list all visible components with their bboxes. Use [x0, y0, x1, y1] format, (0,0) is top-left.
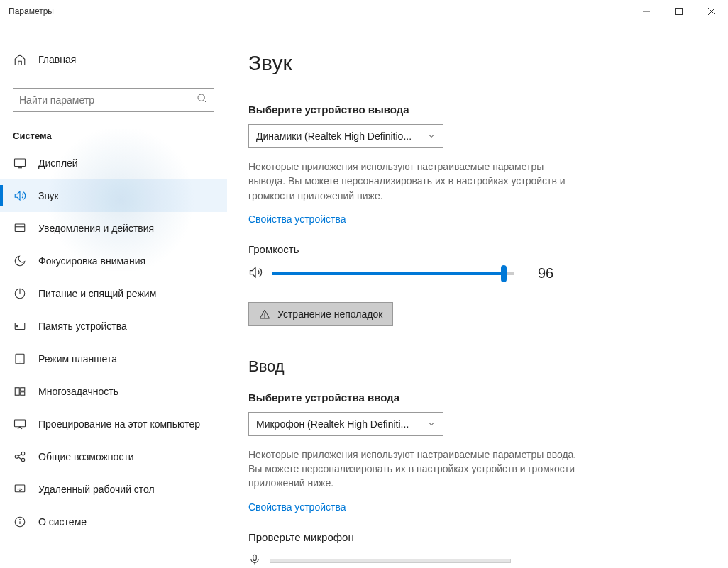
chevron-down-icon [427, 420, 436, 428]
sidebar-item-display[interactable]: Дисплей [0, 147, 227, 179]
sidebar-item-label: Режим планшета [38, 353, 117, 364]
svg-rect-1 [676, 9, 683, 15]
output-device-value: Динамики (Realtek High Definitio... [256, 130, 427, 142]
input-device-label: Выберите устройства ввода [248, 391, 700, 403]
power-icon [13, 286, 27, 301]
svg-marker-31 [250, 267, 256, 277]
sidebar-item-notifications[interactable]: Уведомления и действия [0, 212, 227, 245]
sidebar-item-label: Проецирование на этот компьютер [38, 418, 200, 430]
svg-rect-9 [15, 224, 25, 232]
svg-point-14 [17, 325, 18, 327]
sidebar-item-label: Уведомления и действия [38, 223, 154, 234]
svg-point-4 [198, 94, 204, 101]
sidebar-item-remote[interactable]: Удаленный рабочий стол [0, 473, 227, 506]
volume-label: Громкость [248, 243, 700, 255]
input-device-value: Микрофон (Realtek High Definiti... [256, 418, 427, 430]
svg-rect-19 [21, 392, 25, 396]
display-icon [13, 156, 27, 170]
sidebar-item-label: Общие возможности [38, 451, 134, 462]
home-nav[interactable]: Главная [0, 44, 227, 75]
output-help-text: Некоторые приложения используют настраив… [248, 160, 582, 203]
titlebar: Параметры [0, 0, 728, 23]
notifications-icon [13, 221, 27, 235]
mic-test-row [248, 553, 700, 568]
mic-level-bar [270, 559, 511, 563]
sidebar-item-label: Удаленный рабочий стол [38, 484, 155, 495]
chevron-down-icon [427, 132, 436, 140]
close-button[interactable] [695, 0, 728, 23]
svg-rect-20 [15, 420, 26, 427]
focus-icon [13, 254, 27, 268]
window-title: Параметры [9, 6, 630, 16]
warn-icon [259, 308, 270, 320]
tablet-icon [13, 352, 27, 366]
volume-value: 96 [538, 265, 553, 282]
sidebar-item-tablet[interactable]: Режим планшета [0, 343, 227, 375]
volume-slider[interactable] [272, 272, 514, 275]
troubleshoot-button[interactable]: Устранение неполадок [248, 302, 393, 326]
home-icon [13, 52, 27, 67]
sound-icon [13, 189, 27, 203]
svg-rect-17 [15, 388, 19, 396]
svg-line-5 [204, 100, 206, 103]
main-panel: Звук Выберите устройство вывода Динамики… [227, 23, 728, 568]
info-icon [13, 515, 27, 529]
sidebar-item-label: Питание и спящий режим [38, 288, 156, 299]
svg-point-30 [20, 520, 21, 520]
sidebar-item-label: Звук [38, 190, 59, 201]
sidebar-item-about[interactable]: О системе [0, 506, 227, 538]
sidebar: Главная Система Дисплей Звук Уведомления… [0, 23, 227, 568]
input-heading: Ввод [248, 357, 700, 376]
sidebar-item-focus[interactable]: Фокусировка внимания [0, 245, 227, 277]
svg-line-25 [18, 457, 22, 460]
svg-point-27 [20, 490, 21, 491]
search-input[interactable] [19, 94, 197, 106]
multitask-icon [13, 384, 27, 399]
svg-point-21 [15, 455, 18, 459]
search-box[interactable] [13, 88, 214, 112]
input-help-text: Некоторые приложения используют настраив… [248, 447, 582, 491]
volume-row: 96 [248, 265, 700, 282]
svg-rect-34 [253, 555, 257, 560]
sidebar-item-power[interactable]: Питание и спящий режим [0, 277, 227, 310]
maximize-button[interactable] [663, 0, 695, 23]
troubleshoot-label: Устранение неполадок [277, 308, 382, 320]
microphone-icon [248, 553, 261, 568]
page-title: Звук [248, 51, 700, 75]
speaker-icon [248, 265, 263, 282]
output-device-properties-link[interactable]: Свойства устройства [248, 213, 346, 225]
home-label: Главная [38, 54, 76, 65]
svg-point-23 [21, 458, 25, 462]
sidebar-item-label: Многозадачность [38, 386, 118, 397]
sidebar-item-label: Фокусировка внимания [38, 255, 145, 267]
svg-point-33 [265, 317, 265, 318]
sidebar-item-multitask[interactable]: Многозадачность [0, 375, 227, 408]
minimize-button[interactable] [630, 0, 663, 23]
input-device-properties-link[interactable]: Свойства устройства [248, 501, 346, 513]
sidebar-item-label: Дисплей [38, 157, 78, 169]
shared-icon [13, 450, 27, 464]
projecting-icon [13, 417, 27, 431]
sidebar-item-label: О системе [38, 516, 87, 528]
output-device-label: Выберите устройство вывода [248, 104, 700, 116]
sidebar-section-title: Система [0, 119, 227, 147]
sidebar-item-projecting[interactable]: Проецирование на этот компьютер [0, 408, 227, 440]
remote-icon [13, 482, 27, 496]
sidebar-item-shared[interactable]: Общие возможности [0, 440, 227, 473]
sidebar-item-storage[interactable]: Память устройства [0, 310, 227, 343]
svg-point-22 [21, 452, 25, 455]
slider-thumb[interactable] [501, 265, 507, 282]
search-icon [197, 93, 208, 107]
storage-icon [13, 319, 27, 333]
output-device-dropdown[interactable]: Динамики (Realtek High Definitio... [248, 124, 443, 148]
svg-line-24 [18, 454, 22, 456]
svg-rect-6 [15, 159, 26, 167]
sidebar-item-sound[interactable]: Звук [0, 179, 227, 212]
window-controls [630, 0, 728, 23]
svg-rect-18 [21, 388, 25, 391]
mic-test-label: Проверьте микрофон [248, 531, 700, 543]
input-device-dropdown[interactable]: Микрофон (Realtek High Definiti... [248, 412, 443, 436]
sidebar-item-label: Память устройства [38, 321, 127, 332]
svg-marker-8 [15, 191, 20, 200]
slider-fill [272, 272, 504, 275]
